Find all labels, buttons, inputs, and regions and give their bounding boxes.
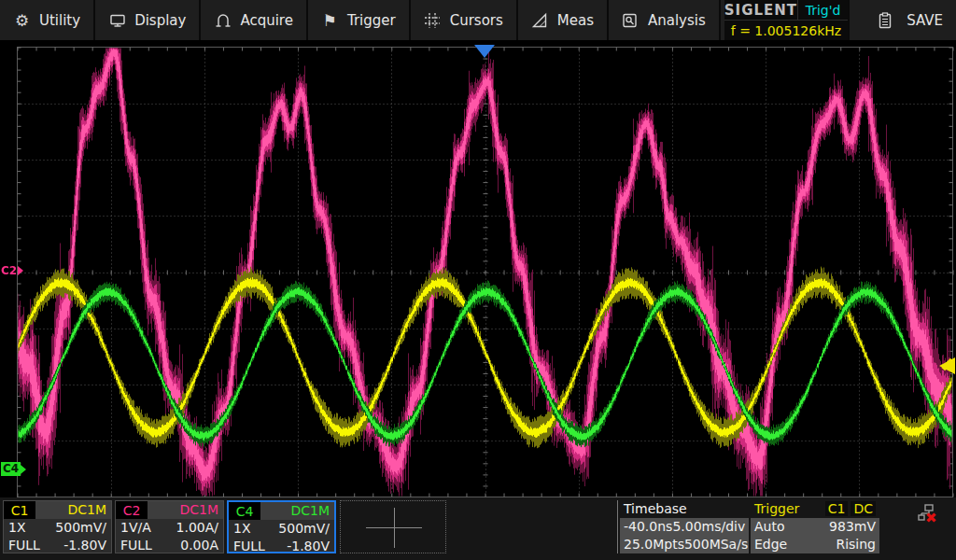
waveform-canvas xyxy=(0,40,956,498)
menu-item-display[interactable]: Display xyxy=(95,0,201,40)
menu-item-acquire[interactable]: Acquire xyxy=(201,0,308,40)
channel4-badge: C4 xyxy=(229,502,260,520)
channel4-offset: -1.80V xyxy=(287,538,330,555)
timebase-box[interactable]: Timebase -40.0ns5.00ms/div 25.0Mpts500MS… xyxy=(620,500,749,553)
channel2-badge: C2 xyxy=(116,501,148,519)
trigger-info-box: SIGLENT Trig'd f = 1.005126kHz xyxy=(724,0,850,40)
channel1-bandwidth: FULL xyxy=(8,537,40,554)
gear-icon: ⚙ xyxy=(13,11,31,29)
channel2-atten: 1V/A xyxy=(120,519,151,537)
channel4-coupling: DC1M xyxy=(260,502,334,520)
svg-text:✖: ✖ xyxy=(925,510,937,525)
divider xyxy=(617,500,618,553)
menu-label: Utility xyxy=(39,12,80,29)
timebase-delay: -40.0ns xyxy=(624,518,672,536)
menu-item-meas[interactable]: Meas xyxy=(518,0,609,40)
trigger-settings-box[interactable]: Trigger C1DC Auto983mV EdgeRising xyxy=(751,500,879,553)
measure-icon xyxy=(531,11,549,29)
channel1-badge: C1 xyxy=(4,501,35,519)
analysis-icon xyxy=(622,11,640,29)
trigger-type: Edge xyxy=(754,536,787,553)
trigger-source: C1 xyxy=(825,501,849,516)
channel4-bandwidth: FULL xyxy=(233,538,265,555)
channel4-scale: 500mV/ xyxy=(278,520,330,538)
channel1-atten: 1X xyxy=(8,519,26,537)
timebase-memory: 25.0Mpts xyxy=(624,536,684,553)
arrow-right-icon xyxy=(18,266,23,275)
frequency-counter: f = 1.005126kHz xyxy=(724,21,848,40)
menu-item-utility[interactable]: ⚙ Utility xyxy=(0,0,95,40)
channel2-offset-marker[interactable]: C2 xyxy=(1,264,23,277)
channel2-scale: 1.00A/ xyxy=(176,519,218,537)
channel4-box[interactable]: C4 DC1M 1X500mV/ FULL-1.80V xyxy=(227,500,336,553)
menu-label: Trigger xyxy=(347,12,396,29)
timebase-scale: 5.00ms/div xyxy=(672,518,745,536)
channel2-bandwidth: FULL xyxy=(120,537,152,554)
channel4-offset-label: C4 xyxy=(3,462,19,476)
timebase-title: Timebase xyxy=(624,500,687,518)
channel1-offset: -1.80V xyxy=(63,537,106,554)
waveform-display: C2 C4 xyxy=(0,40,956,498)
menu-label: Display xyxy=(134,12,186,29)
menu-bar: ⚙ Utility Display Acquire ⚑ Trigger Curs… xyxy=(0,0,956,40)
menu-label: Cursors xyxy=(450,12,503,29)
trigger-level-tail xyxy=(941,358,953,371)
channel2-coupling: DC1M xyxy=(148,501,223,519)
arrow-right-icon xyxy=(21,465,26,474)
menu-item-cursors[interactable]: Cursors xyxy=(411,0,518,40)
status-bar: C1 DC1M 1X500mV/ FULL-1.80V C2 DC1M 1V/A… xyxy=(0,497,956,560)
trigger-position-marker[interactable] xyxy=(474,45,495,58)
menu-label: Acquire xyxy=(240,12,293,29)
channel1-scale: 500mV/ xyxy=(55,519,106,537)
timebase-samplerate: 500MSa/s xyxy=(684,536,748,553)
trigger-title: Trigger xyxy=(754,500,799,518)
flag-icon: ⚑ xyxy=(321,11,339,29)
plus-icon xyxy=(394,508,395,548)
menu-label: Analysis xyxy=(648,12,706,29)
menu-item-trigger[interactable]: ⚑ Trigger xyxy=(308,0,411,40)
save-button[interactable]: SAVE xyxy=(863,0,956,40)
channel4-atten: 1X xyxy=(233,520,251,538)
trigger-level-value: 983mV xyxy=(829,518,876,536)
network-disconnected-icon[interactable]: ✖ xyxy=(917,503,939,525)
trigger-slope: Rising xyxy=(836,536,876,553)
cursors-icon xyxy=(424,11,442,29)
channel2-offset: 0.00A xyxy=(180,537,218,554)
menu-label: Meas xyxy=(557,12,594,29)
oscilloscope-screen: ⚙ Utility Display Acquire ⚑ Trigger Curs… xyxy=(0,0,956,560)
clipboard-icon xyxy=(876,11,893,29)
trigger-level-marker[interactable] xyxy=(939,357,955,374)
channel1-coupling: DC1M xyxy=(35,501,111,519)
trigger-coupling: DC xyxy=(851,501,876,516)
display-icon xyxy=(108,11,126,29)
channel4-offset-marker[interactable]: C4 xyxy=(1,462,21,476)
menu-item-analysis[interactable]: Analysis xyxy=(609,0,721,40)
save-label: SAVE xyxy=(907,12,943,29)
brand-logo: SIGLENT xyxy=(724,0,798,20)
channel-add-slot[interactable] xyxy=(340,500,446,553)
channel1-box[interactable]: C1 DC1M 1X500mV/ FULL-1.80V xyxy=(3,500,112,553)
channel2-offset-label: C2 xyxy=(1,264,17,277)
trigger-mode: Auto xyxy=(754,518,785,536)
trigger-status-badge: Trig'd xyxy=(798,0,848,20)
acquire-icon xyxy=(214,11,232,29)
channel2-box[interactable]: C2 DC1M 1V/A1.00A/ FULL0.00A xyxy=(115,500,224,553)
